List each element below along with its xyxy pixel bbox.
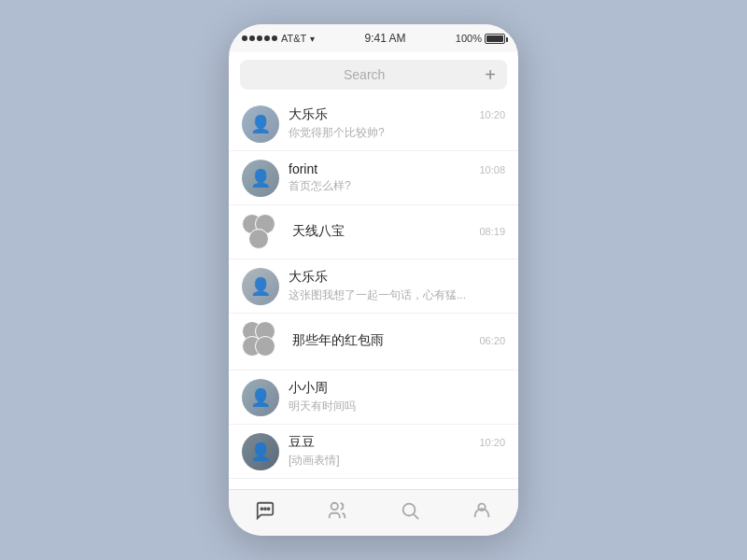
profile-icon: [472, 500, 492, 525]
svg-point-2: [268, 508, 270, 510]
svg-point-3: [331, 503, 338, 510]
group-avatar-5: [242, 321, 283, 362]
chat-item-2[interactable]: 👤 forint 10:08 首页怎么样?: [229, 151, 518, 205]
chat-item-4[interactable]: 👤 大乐乐 这张图我想了一起一句话，心有猛...: [229, 259, 518, 314]
chat-time-3: 08:19: [479, 226, 505, 237]
svg-point-1: [264, 508, 266, 510]
signal-dots: [242, 35, 277, 41]
svg-line-5: [414, 514, 418, 519]
tab-contacts[interactable]: [316, 497, 359, 529]
chat-item-3[interactable]: 天线八宝 08:19: [229, 205, 518, 259]
avatar-4: 👤: [242, 268, 279, 305]
search-placeholder: Search: [251, 67, 477, 82]
chat-item-6[interactable]: 👤 小小周 明天有时间吗: [229, 371, 518, 425]
chat-time-1: 10:20: [479, 109, 505, 120]
status-time: 9:41 AM: [365, 32, 406, 45]
chat-name-7: 豆豆: [289, 434, 315, 451]
chat-info-5: 那些年的红包雨 06:20: [292, 332, 505, 351]
wifi-icon: ▾: [310, 34, 315, 44]
contacts-icon: [327, 500, 347, 525]
chat-list: 👤 大乐乐 10:20 你觉得那个比较帅? 👤 forint: [229, 97, 518, 489]
avatar-icon-1: 👤: [242, 105, 279, 143]
chat-info-1: 大乐乐 10:20 你觉得那个比较帅?: [289, 106, 505, 141]
chat-name-2: forint: [289, 161, 317, 176]
tab-me[interactable]: [460, 497, 503, 529]
chat-item-1[interactable]: 👤 大乐乐 10:20 你觉得那个比较帅?: [229, 97, 518, 151]
chat-info-2: forint 10:08 首页怎么样?: [289, 161, 505, 194]
battery-icon: [485, 34, 505, 44]
chat-name-row-5: 那些年的红包雨 06:20: [292, 332, 505, 349]
chat-preview-4: 这张图我想了一起一句话，心有猛...: [289, 287, 505, 303]
phone-frame: AT&T ▾ 9:41 AM 100% Search + 👤 大乐乐: [229, 24, 518, 536]
avatar-icon-4: 👤: [242, 268, 279, 305]
chat-time-2: 10:08: [479, 164, 505, 175]
chat-name-row-3: 天线八宝 08:19: [292, 223, 505, 240]
search-icon: [400, 500, 420, 525]
tab-chat[interactable]: [244, 497, 287, 529]
avatar-icon-6: 👤: [242, 379, 279, 416]
avatar-wrap-4: 👤: [242, 268, 279, 305]
svg-point-0: [261, 508, 262, 510]
avatar-6: 👤: [242, 379, 279, 416]
chat-name-5: 那些年的红包雨: [292, 332, 384, 349]
avatar-icon-7: 👤: [242, 433, 279, 470]
chat-name-6: 小小周: [289, 380, 328, 397]
chat-icon: [255, 500, 275, 525]
group-av-5-4: [255, 336, 275, 357]
group-av-3-3: [248, 229, 269, 249]
chat-info-6: 小小周 明天有时间吗: [289, 380, 505, 414]
chat-time-7: 10:20: [479, 437, 505, 448]
search-bar[interactable]: Search +: [240, 60, 507, 90]
chat-name-row-1: 大乐乐 10:20: [289, 106, 505, 123]
add-button[interactable]: +: [485, 64, 496, 86]
chat-item-5[interactable]: 那些年的红包雨 06:20: [229, 314, 518, 371]
avatar-wrap-1: 👤: [242, 105, 279, 143]
chat-time-5: 06:20: [479, 335, 505, 346]
svg-point-4: [402, 504, 415, 516]
chat-preview-6: 明天有时间吗: [289, 399, 505, 414]
chat-preview-1: 你觉得那个比较帅?: [289, 125, 505, 141]
chat-name-row-4: 大乐乐: [289, 269, 505, 286]
carrier-label: AT&T: [281, 33, 306, 44]
chat-info-3: 天线八宝 08:19: [292, 223, 505, 242]
avatar-icon-2: 👤: [242, 160, 279, 197]
avatar-7: 👤: [242, 433, 279, 470]
chat-name-4: 大乐乐: [289, 269, 328, 286]
avatar-2: 👤: [242, 160, 279, 197]
tab-search[interactable]: [388, 497, 431, 529]
chat-info-7: 豆豆 10:20 [动画表情]: [289, 434, 505, 469]
status-bar: AT&T ▾ 9:41 AM 100%: [229, 24, 518, 52]
avatar-wrap-2: 👤: [242, 160, 279, 197]
chat-name-1: 大乐乐: [289, 106, 328, 123]
chat-name-3: 天线八宝: [292, 223, 345, 240]
tab-bar: [229, 489, 518, 536]
battery-label: 100%: [456, 33, 482, 44]
chat-name-row-2: forint 10:08: [289, 161, 505, 176]
chat-item-7[interactable]: 👤 豆豆 10:20 [动画表情]: [229, 425, 518, 479]
chat-preview-2: 首页怎么样?: [289, 178, 505, 194]
avatar-1: 👤: [242, 105, 279, 143]
avatar-wrap-6: 👤: [242, 379, 279, 416]
chat-info-4: 大乐乐 这张图我想了一起一句话，心有猛...: [289, 269, 505, 303]
status-left: AT&T ▾: [242, 33, 315, 44]
avatar-wrap-7: 👤: [242, 433, 279, 470]
chat-name-row-6: 小小周: [289, 380, 505, 397]
chat-preview-7: [动画表情]: [289, 453, 505, 469]
group-avatar-3: [242, 214, 283, 251]
chat-name-row-7: 豆豆 10:20: [289, 434, 505, 451]
status-right: 100%: [456, 33, 505, 44]
